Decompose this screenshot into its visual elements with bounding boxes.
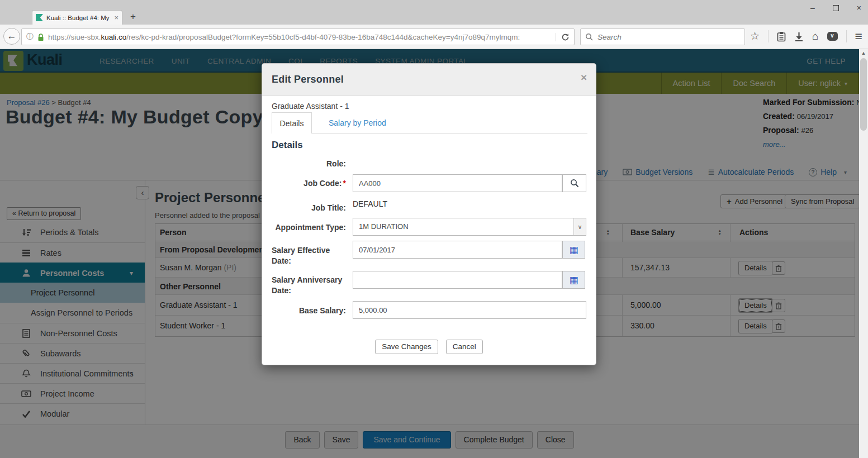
modal-subtitle: Graduate Assistant - 1	[272, 102, 349, 111]
url-text: https://siue-sbx.kuali.co/res/kc-pd-krad…	[48, 33, 552, 41]
page-info-icon[interactable]: ⓘ	[26, 32, 34, 42]
appointment-type-label: Appointment Type:	[272, 223, 346, 232]
browser-action-icons: ☆ ⌂ ∨ ≡	[750, 28, 862, 45]
appointment-type-select[interactable]: 1M DURATION ∨	[353, 218, 586, 236]
salary-anniversary-date-input[interactable]	[353, 271, 562, 289]
save-changes-button[interactable]: Save Changes	[375, 340, 438, 354]
modal-buttons: Save Changes Cancel	[262, 340, 596, 354]
chevron-down-icon: ∨	[573, 218, 586, 235]
scroll-up-icon[interactable]: ▲	[859, 50, 868, 56]
window-maximize-button[interactable]	[833, 5, 839, 11]
salary-effective-date-input[interactable]	[353, 241, 562, 259]
calendar-icon: ▦	[569, 245, 578, 255]
search-icon	[585, 33, 593, 41]
browser-tab[interactable]: Kuali :: Budget #4: My Budge ×	[32, 10, 122, 25]
tab-salary-by-period[interactable]: Salary by Period	[322, 112, 393, 133]
edit-personnel-modal: Edit Personnel × Graduate Assistant - 1 …	[262, 63, 596, 365]
job-code-input[interactable]	[353, 174, 562, 192]
salary-anniversary-date-label: Salary AnniversaryDate:	[272, 275, 346, 296]
toolbar-separator	[768, 30, 769, 42]
modal-close-icon[interactable]: ×	[581, 71, 587, 84]
modal-header: Edit Personnel ×	[262, 64, 596, 96]
padlock-icon	[37, 33, 44, 41]
downloads-icon[interactable]	[794, 32, 804, 41]
job-code-lookup-button[interactable]	[562, 174, 586, 192]
required-marker: *	[343, 179, 346, 188]
search-icon	[570, 179, 579, 188]
screen: Kuali :: Budget #4: My Budge × + – × ← ⓘ…	[0, 0, 868, 458]
role-label: Role:	[272, 159, 346, 168]
salary-anniversary-date-picker-button[interactable]: ▦	[562, 271, 585, 289]
appointment-type-value: 1M DURATION	[359, 222, 409, 231]
pocket-icon[interactable]: ∨	[827, 32, 838, 41]
window-controls: – ×	[810, 1, 861, 15]
salary-effective-date-label: Salary EffectiveDate:	[272, 245, 346, 266]
kuali-favicon-icon	[36, 14, 43, 21]
browser-back-button[interactable]: ←	[3, 28, 20, 45]
url-bar[interactable]: ⓘ https://siue-sbx.kuali.co/res/kc-pd-kr…	[21, 28, 575, 45]
base-salary-label: Base Salary:	[272, 306, 346, 315]
toolbar-separator	[846, 30, 847, 42]
job-title-value: DEFAULT	[353, 199, 387, 208]
clipboard-icon[interactable]	[777, 31, 786, 42]
section-heading: Details	[272, 140, 303, 151]
search-bar[interactable]	[580, 28, 745, 45]
new-tab-button[interactable]: +	[130, 11, 136, 22]
window-close-button[interactable]: ×	[857, 3, 861, 12]
search-input[interactable]	[596, 32, 719, 42]
hamburger-menu-icon[interactable]: ≡	[855, 28, 862, 45]
window-titlebar: Kuali :: Budget #4: My Budge × + – ×	[0, 0, 868, 25]
window-minimize-button[interactable]: –	[810, 3, 815, 12]
calendar-icon: ▦	[569, 275, 578, 285]
tab-underline	[272, 133, 587, 133]
page-scrollbar[interactable]: ▲	[859, 49, 868, 458]
scrollbar-thumb[interactable]	[860, 58, 867, 131]
base-salary-input[interactable]	[353, 301, 586, 319]
job-title-label: Job Title:	[272, 203, 346, 212]
home-icon[interactable]: ⌂	[812, 28, 818, 45]
job-code-label: Job Code:*	[272, 179, 346, 188]
modal-title: Edit Personnel	[272, 74, 344, 85]
salary-effective-date-picker-button[interactable]: ▦	[562, 241, 585, 259]
reload-icon[interactable]	[556, 33, 570, 41]
bookmark-star-icon[interactable]: ☆	[750, 28, 760, 45]
tab-title: Kuali :: Budget #4: My Budge	[46, 15, 111, 21]
tab-details[interactable]: Details	[272, 112, 312, 133]
tab-close-icon[interactable]: ×	[114, 13, 118, 22]
cancel-button[interactable]: Cancel	[446, 340, 483, 354]
